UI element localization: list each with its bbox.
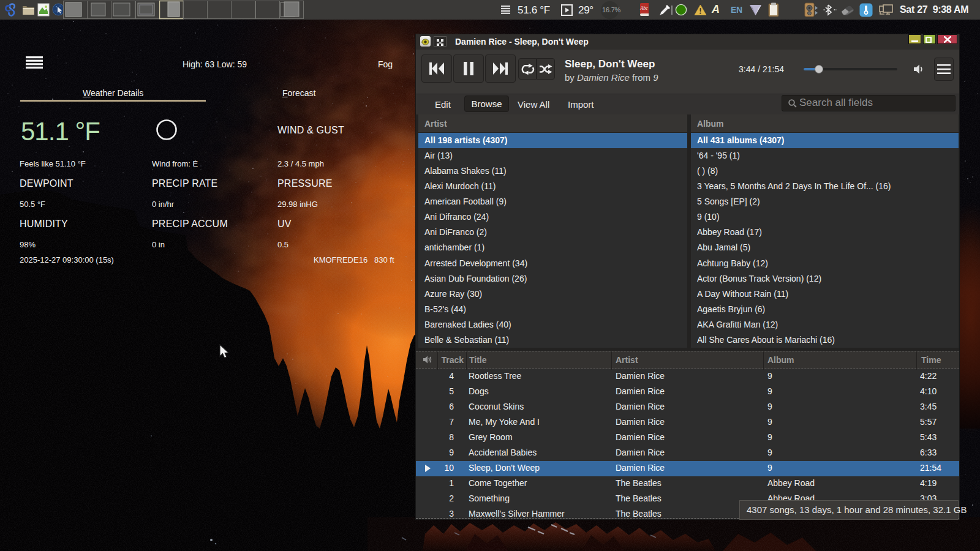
svg-text:Abc: Abc: [639, 6, 648, 11]
